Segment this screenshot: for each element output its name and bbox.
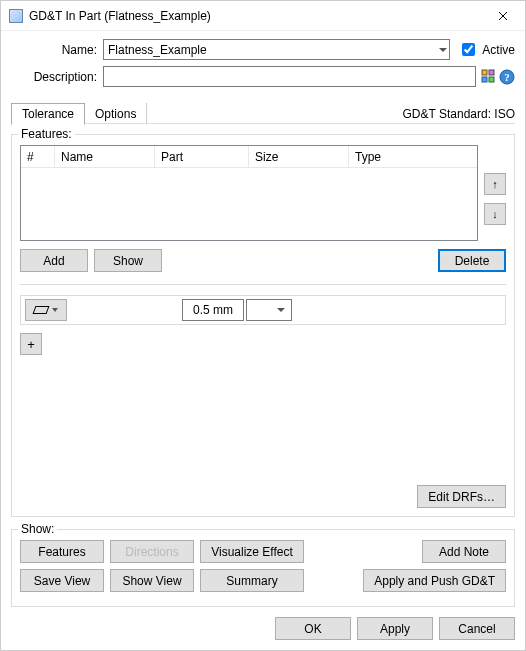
tolerance-value-input[interactable] (182, 299, 244, 321)
col-size[interactable]: Size (249, 146, 349, 167)
resource-picker-icon[interactable] (480, 68, 497, 85)
show-row-2: Save View Show View Summary Apply and Pu… (20, 569, 506, 592)
close-button[interactable] (480, 1, 525, 30)
move-up-button[interactable]: ↑ (484, 173, 506, 195)
tolerance-page: Features: # Name Part Size Type ↑ ↓ (11, 134, 515, 517)
summary-button[interactable]: Summary (200, 569, 304, 592)
edit-drfs-button[interactable]: Edit DRFs… (417, 485, 506, 508)
client-area: Name: Active Description: (1, 31, 525, 650)
show-directions-button: Directions (110, 540, 194, 563)
col-part[interactable]: Part (155, 146, 249, 167)
add-button[interactable]: Add (20, 249, 88, 272)
show-features-button[interactable]: Features (20, 540, 104, 563)
description-input[interactable] (103, 66, 476, 87)
save-view-button[interactable]: Save View (20, 569, 104, 592)
apply-push-button[interactable]: Apply and Push GD&T (363, 569, 506, 592)
svg-text:?: ? (504, 71, 510, 83)
gdt-standard: GD&T Standard: ISO (403, 107, 516, 121)
svg-rect-1 (489, 70, 494, 75)
visualize-effect-button[interactable]: Visualize Effect (200, 540, 304, 563)
show-group: Show: Features Directions Visualize Effe… (11, 529, 515, 607)
spacer (168, 249, 432, 272)
svg-rect-0 (482, 70, 487, 75)
col-type[interactable]: Type (349, 146, 477, 167)
move-down-button[interactable]: ↓ (484, 203, 506, 225)
edit-drfs-row: Edit DRFs… (20, 375, 506, 508)
reorder-buttons: ↑ ↓ (484, 173, 506, 225)
gdt-dialog: GD&T In Part (Flatness_Example) Name: Ac… (0, 0, 526, 651)
help-icon[interactable]: ? (498, 68, 515, 85)
name-combo-wrap (103, 39, 450, 60)
tolerance-row (20, 295, 506, 325)
description-row: Description: ? (11, 66, 515, 87)
window-title: GD&T In Part (Flatness_Example) (29, 9, 480, 23)
name-row: Name: Active (11, 39, 515, 60)
features-legend: Features: (18, 127, 75, 141)
show-view-button[interactable]: Show View (110, 569, 194, 592)
features-area: # Name Part Size Type ↑ ↓ (20, 145, 506, 241)
gdt-symbol-picker[interactable] (25, 299, 67, 321)
features-list[interactable]: # Name Part Size Type (20, 145, 478, 241)
flatness-icon (33, 306, 50, 314)
name-combo[interactable] (103, 39, 450, 60)
add-note-button[interactable]: Add Note (422, 540, 506, 563)
chevron-down-icon (52, 308, 58, 312)
description-icons: ? (480, 68, 515, 85)
col-name[interactable]: Name (55, 146, 155, 167)
active-checkbox-input[interactable] (462, 43, 475, 56)
active-checkbox[interactable]: Active (458, 40, 515, 59)
tab-tolerance[interactable]: Tolerance (11, 103, 85, 125)
delete-button[interactable]: Delete (438, 249, 506, 272)
svg-rect-3 (489, 77, 494, 82)
svg-rect-2 (482, 77, 487, 82)
dialog-buttons: OK Apply Cancel (11, 617, 515, 640)
spacer (310, 569, 357, 592)
features-header: # Name Part Size Type (21, 146, 477, 168)
show-row-1: Features Directions Visualize Effect Add… (20, 540, 506, 563)
tab-strip: Tolerance Options GD&T Standard: ISO (11, 103, 515, 124)
close-icon (498, 11, 508, 21)
chevron-down-icon (277, 308, 285, 312)
active-label: Active (482, 43, 515, 57)
cancel-button[interactable]: Cancel (439, 617, 515, 640)
name-label: Name: (11, 43, 103, 57)
ok-button[interactable]: OK (275, 617, 351, 640)
title-bar: GD&T In Part (Flatness_Example) (1, 1, 525, 31)
tolerance-modifier-combo[interactable] (246, 299, 292, 321)
tab-options[interactable]: Options (85, 103, 147, 124)
apply-button[interactable]: Apply (357, 617, 433, 640)
feature-buttons: Add Show Delete (20, 249, 506, 272)
divider (20, 284, 506, 285)
show-button[interactable]: Show (94, 249, 162, 272)
spacer (310, 540, 416, 563)
add-tolerance-row-button[interactable]: + (20, 333, 42, 355)
description-label: Description: (11, 70, 103, 84)
col-index[interactable]: # (21, 146, 55, 167)
show-legend: Show: (18, 522, 57, 536)
app-icon (9, 9, 23, 23)
